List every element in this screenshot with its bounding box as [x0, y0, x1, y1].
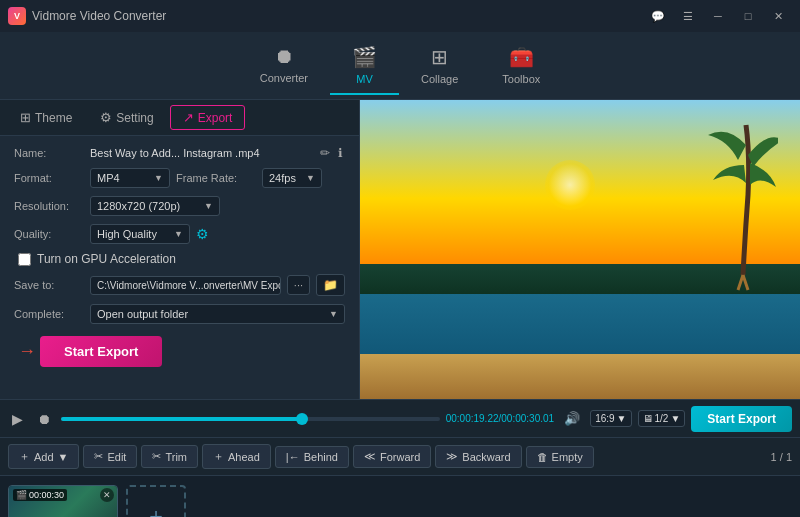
add-dropdown-arrow-icon: ▼ [58, 451, 69, 463]
format-label: Format: [14, 172, 84, 184]
add-plus-icon: ＋ [19, 449, 30, 464]
aspect-value: 16:9 [595, 413, 614, 424]
titlebar-left: V Vidmore Video Converter [8, 7, 166, 25]
main-content: ⊞ Theme ⚙ Setting ↗ Export Name: ✏ ℹ [0, 100, 800, 399]
play-button[interactable]: ▶ [8, 409, 27, 429]
nav-collage-label: Collage [421, 73, 458, 85]
sun-glow [545, 160, 595, 210]
tab-theme[interactable]: ⊞ Theme [8, 106, 84, 129]
info-icon[interactable]: ℹ [336, 146, 345, 160]
complete-arrow-icon: ▼ [329, 309, 338, 319]
framerate-select[interactable]: 24fps ▼ [262, 168, 322, 188]
clip-duration-icon: 🎬 [16, 490, 27, 500]
left-panel: ⊞ Theme ⚙ Setting ↗ Export Name: ✏ ℹ [0, 100, 360, 399]
forward-button[interactable]: ≪ Forward [353, 445, 431, 468]
close-btn[interactable]: ✕ [764, 6, 792, 26]
app-icon: V [8, 7, 26, 25]
quality-arrow-icon: ▼ [174, 229, 183, 239]
edit-scissors-icon: ✂ [94, 450, 103, 463]
behind-separator-icon: |← [286, 451, 300, 463]
clip-duration-value: 00:00:30 [29, 490, 64, 500]
tab-setting[interactable]: ⚙ Setting [88, 106, 165, 129]
app-title: Vidmore Video Converter [32, 9, 166, 23]
time-total: 00:00:30.01 [501, 413, 554, 424]
empty-label: Empty [552, 451, 583, 463]
nav-toolbox-label: Toolbox [502, 73, 540, 85]
ahead-button[interactable]: ＋ Ahead [202, 444, 271, 469]
edit-name-icon[interactable]: ✏ [318, 146, 332, 160]
backward-button[interactable]: ≫ Backward [435, 445, 521, 468]
volume-icon[interactable]: 🔊 [560, 409, 584, 428]
resolution-value: 1280x720 (720p) [97, 200, 180, 212]
titlebar: V Vidmore Video Converter 💬 ☰ ─ □ ✕ [0, 0, 800, 32]
behind-label: Behind [304, 451, 338, 463]
time-current: 00:00:19.22 [446, 413, 499, 424]
nav-converter[interactable]: ⏺ Converter [238, 37, 330, 94]
nav-toolbox[interactable]: 🧰 Toolbox [480, 37, 562, 95]
export-form: Name: ✏ ℹ Format: MP4 ▼ Frame Rate: 24fp… [0, 136, 359, 377]
page-info: 1 / 1 [771, 451, 792, 463]
export-arrow-icon: ↗ [183, 110, 194, 125]
clip-close-button[interactable]: ✕ [100, 488, 114, 502]
backward-label: Backward [462, 451, 510, 463]
collage-icon: ⊞ [431, 45, 448, 69]
theme-grid-icon: ⊞ [20, 110, 31, 125]
edit-button[interactable]: ✂ Edit [83, 445, 137, 468]
empty-button[interactable]: 🗑 Empty [526, 446, 594, 468]
nav-mv[interactable]: 🎬 MV [330, 37, 399, 95]
format-value: MP4 [97, 172, 120, 184]
tab-export-label: Export [198, 111, 233, 125]
progress-bar[interactable] [61, 417, 440, 421]
framerate-value: 24fps [269, 172, 296, 184]
add-button[interactable]: ＋ Add ▼ [8, 444, 79, 469]
aspect-select[interactable]: 16:9 ▼ [590, 410, 631, 427]
palm-tree-icon [698, 115, 778, 295]
start-export-button-right[interactable]: Start Export [691, 406, 792, 432]
saveto-label: Save to: [14, 279, 84, 291]
video-preview-panel [360, 100, 800, 399]
browse-dots-btn[interactable]: ··· [287, 275, 310, 295]
clip-item[interactable]: 🎬 00:00:30 ✕ ▶ 🔊 ✂ ⚙ [8, 485, 118, 518]
quality-value: High Quality [97, 228, 157, 240]
name-row: Name: ✏ ℹ [14, 146, 345, 160]
framerate-label: Frame Rate: [176, 172, 256, 184]
quality-row: Quality: High Quality ▼ ⚙ [14, 224, 345, 244]
complete-value: Open output folder [97, 308, 188, 320]
trim-button[interactable]: ✂ Trim [141, 445, 198, 468]
add-clip-button[interactable]: ＋ [126, 485, 186, 518]
name-value-container: ✏ ℹ [90, 146, 345, 160]
forward-arrow-icon: ≪ [364, 450, 376, 463]
beach-sand [360, 354, 800, 399]
minimize-btn[interactable]: ─ [704, 6, 732, 26]
start-export-button-left[interactable]: Start Export [40, 336, 162, 367]
format-select[interactable]: MP4 ▼ [90, 168, 170, 188]
folder-browse-icon[interactable]: 📁 [316, 274, 345, 296]
complete-row: Complete: Open output folder ▼ [14, 304, 345, 324]
stop-button[interactable]: ⏺ [33, 409, 55, 429]
progress-thumb [296, 413, 308, 425]
resolution-select[interactable]: 1280x720 (720p) ▼ [90, 196, 220, 216]
name-input[interactable] [90, 147, 314, 159]
format-arrow-icon: ▼ [154, 173, 163, 183]
quality-select[interactable]: High Quality ▼ [90, 224, 190, 244]
video-background [360, 100, 800, 399]
menu-btn[interactable]: ☰ [674, 6, 702, 26]
nav-mv-label: MV [356, 73, 373, 85]
nav-collage[interactable]: ⊞ Collage [399, 37, 480, 95]
quality-settings-gear-icon[interactable]: ⚙ [196, 226, 209, 242]
behind-button[interactable]: |← Behind [275, 446, 349, 468]
timeline: 🎬 00:00:30 ✕ ▶ 🔊 ✂ ⚙ ＋ [0, 475, 800, 517]
tab-export[interactable]: ↗ Export [170, 105, 246, 130]
forward-label: Forward [380, 451, 420, 463]
maximize-btn[interactable]: □ [734, 6, 762, 26]
ahead-plus-icon: ＋ [213, 449, 224, 464]
backward-arrow-icon: ≫ [446, 450, 458, 463]
chat-icon-btn[interactable]: 💬 [644, 6, 672, 26]
preview-select[interactable]: 🖥 1/2 ▼ [638, 410, 686, 427]
complete-select[interactable]: Open output folder ▼ [90, 304, 345, 324]
time-display: 00:00:19.22/00:00:30.01 [446, 413, 554, 424]
clip-duration: 🎬 00:00:30 [13, 489, 67, 501]
gpu-checkbox[interactable] [18, 253, 31, 266]
tab-setting-label: Setting [116, 111, 153, 125]
aspect-arrow-icon: ▼ [617, 413, 627, 424]
